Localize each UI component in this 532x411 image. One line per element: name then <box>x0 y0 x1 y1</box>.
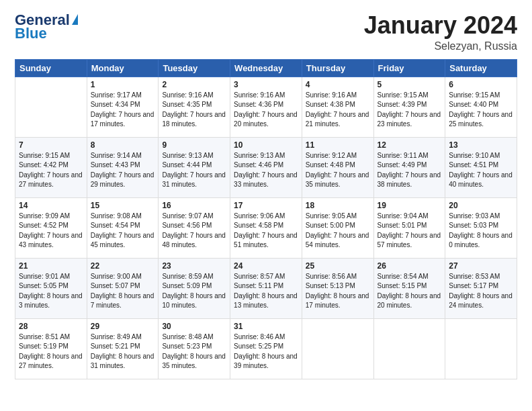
calendar-cell: 7Sunrise: 9:15 AMSunset: 4:42 PMDaylight… <box>15 137 87 197</box>
logo: General Blue <box>15 12 78 42</box>
day-number: 5 <box>378 80 442 89</box>
calendar-week-row: 14Sunrise: 9:09 AMSunset: 4:52 PMDayligh… <box>15 197 517 258</box>
day-number: 21 <box>19 261 83 271</box>
day-info: Sunrise: 9:13 AMSunset: 4:46 PMDaylight:… <box>234 151 298 190</box>
weekday-header: Tuesday <box>159 59 230 77</box>
day-info: Sunrise: 9:00 AMSunset: 5:07 PMDaylight:… <box>91 272 155 311</box>
day-number: 14 <box>19 201 83 210</box>
calendar-cell: 4Sunrise: 9:16 AMSunset: 4:38 PMDaylight… <box>302 77 373 137</box>
calendar-cell <box>15 77 87 137</box>
calendar-cell: 12Sunrise: 9:11 AMSunset: 4:49 PMDayligh… <box>373 137 445 197</box>
day-number: 30 <box>162 322 226 331</box>
calendar-cell: 19Sunrise: 9:04 AMSunset: 5:01 PMDayligh… <box>373 197 445 258</box>
calendar-cell: 24Sunrise: 8:57 AMSunset: 5:11 PMDayligh… <box>230 258 302 318</box>
day-number: 13 <box>449 140 513 150</box>
day-number: 27 <box>449 261 513 271</box>
calendar-cell: 31Sunrise: 8:46 AMSunset: 5:25 PMDayligh… <box>230 318 302 379</box>
header: General Blue January 2024 Selezyan, Russ… <box>15 12 517 52</box>
day-info: Sunrise: 8:51 AMSunset: 5:19 PMDaylight:… <box>19 332 83 371</box>
weekday-header: Saturday <box>445 59 517 77</box>
calendar-cell: 23Sunrise: 8:59 AMSunset: 5:09 PMDayligh… <box>159 258 230 318</box>
calendar-cell: 30Sunrise: 8:48 AMSunset: 5:23 PMDayligh… <box>159 318 230 379</box>
weekday-header: Wednesday <box>230 59 302 77</box>
day-info: Sunrise: 9:08 AMSunset: 4:54 PMDaylight:… <box>91 212 155 250</box>
day-info: Sunrise: 9:04 AMSunset: 5:01 PMDaylight:… <box>378 212 442 250</box>
day-number: 31 <box>234 322 298 331</box>
calendar-cell: 27Sunrise: 8:53 AMSunset: 5:17 PMDayligh… <box>445 258 517 318</box>
calendar-cell <box>445 318 517 379</box>
calendar-cell: 6Sunrise: 9:15 AMSunset: 4:40 PMDaylight… <box>445 77 517 137</box>
calendar-cell: 13Sunrise: 9:10 AMSunset: 4:51 PMDayligh… <box>445 137 517 197</box>
logo-blue: Blue <box>15 26 47 42</box>
calendar-cell: 22Sunrise: 9:00 AMSunset: 5:07 PMDayligh… <box>87 258 159 318</box>
day-number: 24 <box>234 261 298 271</box>
day-info: Sunrise: 9:11 AMSunset: 4:49 PMDaylight:… <box>378 151 442 190</box>
day-number: 18 <box>306 201 370 210</box>
calendar-cell: 15Sunrise: 9:08 AMSunset: 4:54 PMDayligh… <box>87 197 159 258</box>
calendar-cell: 8Sunrise: 9:14 AMSunset: 4:43 PMDaylight… <box>87 137 159 197</box>
day-info: Sunrise: 9:06 AMSunset: 4:58 PMDaylight:… <box>234 212 298 250</box>
day-number: 17 <box>234 201 298 210</box>
calendar-cell: 14Sunrise: 9:09 AMSunset: 4:52 PMDayligh… <box>15 197 87 258</box>
day-number: 29 <box>91 322 155 331</box>
calendar-cell: 17Sunrise: 9:06 AMSunset: 4:58 PMDayligh… <box>230 197 302 258</box>
day-number: 28 <box>19 322 83 331</box>
day-number: 23 <box>162 261 226 271</box>
day-info: Sunrise: 9:17 AMSunset: 4:34 PMDaylight:… <box>91 91 155 130</box>
day-number: 9 <box>162 140 226 150</box>
calendar-week-row: 21Sunrise: 9:01 AMSunset: 5:05 PMDayligh… <box>15 258 517 318</box>
day-info: Sunrise: 9:13 AMSunset: 4:44 PMDaylight:… <box>162 151 226 190</box>
day-info: Sunrise: 9:14 AMSunset: 4:43 PMDaylight:… <box>91 151 155 190</box>
day-info: Sunrise: 8:59 AMSunset: 5:09 PMDaylight:… <box>162 272 226 311</box>
calendar-table: SundayMondayTuesdayWednesdayThursdayFrid… <box>15 59 517 379</box>
day-number: 15 <box>91 201 155 210</box>
day-info: Sunrise: 9:07 AMSunset: 4:56 PMDaylight:… <box>162 212 226 250</box>
day-number: 25 <box>306 261 370 271</box>
subtitle: Selezyan, Russia <box>364 40 517 52</box>
calendar-cell: 16Sunrise: 9:07 AMSunset: 4:56 PMDayligh… <box>159 197 230 258</box>
day-info: Sunrise: 9:10 AMSunset: 4:51 PMDaylight:… <box>449 151 513 190</box>
weekday-header: Monday <box>87 59 159 77</box>
day-info: Sunrise: 9:16 AMSunset: 4:36 PMDaylight:… <box>234 91 298 130</box>
day-number: 20 <box>449 201 513 210</box>
day-number: 10 <box>234 140 298 150</box>
calendar-cell: 5Sunrise: 9:15 AMSunset: 4:39 PMDaylight… <box>373 77 445 137</box>
calendar-cell: 10Sunrise: 9:13 AMSunset: 4:46 PMDayligh… <box>230 137 302 197</box>
logo-triangle-icon <box>72 14 78 25</box>
day-info: Sunrise: 9:16 AMSunset: 4:35 PMDaylight:… <box>162 91 226 130</box>
day-number: 26 <box>378 261 442 271</box>
calendar-cell <box>373 318 445 379</box>
title-block: January 2024 Selezyan, Russia <box>364 12 517 52</box>
calendar-cell: 21Sunrise: 9:01 AMSunset: 5:05 PMDayligh… <box>15 258 87 318</box>
day-info: Sunrise: 9:15 AMSunset: 4:40 PMDaylight:… <box>449 91 513 130</box>
day-info: Sunrise: 9:03 AMSunset: 5:03 PMDaylight:… <box>449 212 513 250</box>
calendar-week-row: 7Sunrise: 9:15 AMSunset: 4:42 PMDaylight… <box>15 137 517 197</box>
calendar-cell: 29Sunrise: 8:49 AMSunset: 5:21 PMDayligh… <box>87 318 159 379</box>
calendar-cell: 11Sunrise: 9:12 AMSunset: 4:48 PMDayligh… <box>302 137 373 197</box>
main-title: January 2024 <box>364 12 517 39</box>
day-info: Sunrise: 9:12 AMSunset: 4:48 PMDaylight:… <box>306 151 370 190</box>
day-info: Sunrise: 8:57 AMSunset: 5:11 PMDaylight:… <box>234 272 298 311</box>
day-info: Sunrise: 9:16 AMSunset: 4:38 PMDaylight:… <box>306 91 370 130</box>
calendar-body: 1Sunrise: 9:17 AMSunset: 4:34 PMDaylight… <box>15 77 517 379</box>
day-info: Sunrise: 8:46 AMSunset: 5:25 PMDaylight:… <box>234 332 298 371</box>
calendar-cell: 18Sunrise: 9:05 AMSunset: 5:00 PMDayligh… <box>302 197 373 258</box>
page: General Blue January 2024 Selezyan, Russ… <box>0 0 532 411</box>
calendar-week-row: 28Sunrise: 8:51 AMSunset: 5:19 PMDayligh… <box>15 318 517 379</box>
calendar-cell: 9Sunrise: 9:13 AMSunset: 4:44 PMDaylight… <box>159 137 230 197</box>
day-info: Sunrise: 8:48 AMSunset: 5:23 PMDaylight:… <box>162 332 226 371</box>
calendar-week-row: 1Sunrise: 9:17 AMSunset: 4:34 PMDaylight… <box>15 77 517 137</box>
calendar-cell: 20Sunrise: 9:03 AMSunset: 5:03 PMDayligh… <box>445 197 517 258</box>
calendar-cell: 1Sunrise: 9:17 AMSunset: 4:34 PMDaylight… <box>87 77 159 137</box>
day-number: 12 <box>378 140 442 150</box>
day-number: 4 <box>306 80 370 89</box>
calendar-cell <box>302 318 373 379</box>
calendar-cell: 3Sunrise: 9:16 AMSunset: 4:36 PMDaylight… <box>230 77 302 137</box>
day-info: Sunrise: 8:49 AMSunset: 5:21 PMDaylight:… <box>91 332 155 371</box>
day-info: Sunrise: 9:05 AMSunset: 5:00 PMDaylight:… <box>306 212 370 250</box>
day-number: 1 <box>91 80 155 89</box>
day-number: 19 <box>378 201 442 210</box>
day-info: Sunrise: 9:01 AMSunset: 5:05 PMDaylight:… <box>19 272 83 311</box>
day-info: Sunrise: 9:09 AMSunset: 4:52 PMDaylight:… <box>19 212 83 250</box>
calendar-cell: 28Sunrise: 8:51 AMSunset: 5:19 PMDayligh… <box>15 318 87 379</box>
